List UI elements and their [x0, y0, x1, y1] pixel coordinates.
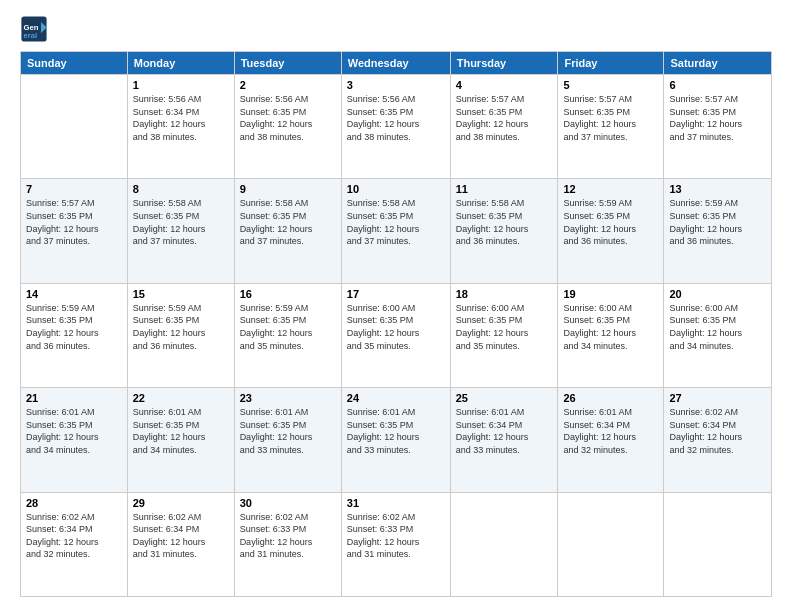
logo: Gen eral	[20, 15, 52, 43]
day-number: 13	[669, 183, 766, 195]
calendar-cell: 24Sunrise: 6:01 AM Sunset: 6:35 PM Dayli…	[341, 388, 450, 492]
calendar-week-row: 7Sunrise: 5:57 AM Sunset: 6:35 PM Daylig…	[21, 179, 772, 283]
day-info: Sunrise: 6:00 AM Sunset: 6:35 PM Dayligh…	[563, 302, 658, 352]
day-info: Sunrise: 6:02 AM Sunset: 6:33 PM Dayligh…	[347, 511, 445, 561]
day-number: 11	[456, 183, 553, 195]
weekday-header: Thursday	[450, 52, 558, 75]
day-info: Sunrise: 6:00 AM Sunset: 6:35 PM Dayligh…	[456, 302, 553, 352]
calendar-cell: 26Sunrise: 6:01 AM Sunset: 6:34 PM Dayli…	[558, 388, 664, 492]
day-number: 1	[133, 79, 229, 91]
day-info: Sunrise: 5:59 AM Sunset: 6:35 PM Dayligh…	[563, 197, 658, 247]
calendar-cell: 30Sunrise: 6:02 AM Sunset: 6:33 PM Dayli…	[234, 492, 341, 596]
day-number: 6	[669, 79, 766, 91]
weekday-header: Friday	[558, 52, 664, 75]
day-info: Sunrise: 5:56 AM Sunset: 6:35 PM Dayligh…	[347, 93, 445, 143]
logo-icon: Gen eral	[20, 15, 48, 43]
calendar-cell: 25Sunrise: 6:01 AM Sunset: 6:34 PM Dayli…	[450, 388, 558, 492]
day-info: Sunrise: 5:57 AM Sunset: 6:35 PM Dayligh…	[669, 93, 766, 143]
calendar-cell: 1Sunrise: 5:56 AM Sunset: 6:34 PM Daylig…	[127, 75, 234, 179]
calendar-cell	[558, 492, 664, 596]
day-info: Sunrise: 6:01 AM Sunset: 6:35 PM Dayligh…	[347, 406, 445, 456]
day-number: 17	[347, 288, 445, 300]
calendar-cell: 3Sunrise: 5:56 AM Sunset: 6:35 PM Daylig…	[341, 75, 450, 179]
calendar-header-row: SundayMondayTuesdayWednesdayThursdayFrid…	[21, 52, 772, 75]
day-info: Sunrise: 5:59 AM Sunset: 6:35 PM Dayligh…	[133, 302, 229, 352]
day-info: Sunrise: 5:57 AM Sunset: 6:35 PM Dayligh…	[563, 93, 658, 143]
day-number: 2	[240, 79, 336, 91]
calendar-cell: 5Sunrise: 5:57 AM Sunset: 6:35 PM Daylig…	[558, 75, 664, 179]
calendar-cell: 8Sunrise: 5:58 AM Sunset: 6:35 PM Daylig…	[127, 179, 234, 283]
weekday-header: Wednesday	[341, 52, 450, 75]
day-number: 30	[240, 497, 336, 509]
calendar-cell: 4Sunrise: 5:57 AM Sunset: 6:35 PM Daylig…	[450, 75, 558, 179]
calendar-week-row: 21Sunrise: 6:01 AM Sunset: 6:35 PM Dayli…	[21, 388, 772, 492]
calendar-cell: 11Sunrise: 5:58 AM Sunset: 6:35 PM Dayli…	[450, 179, 558, 283]
calendar-cell	[21, 75, 128, 179]
day-info: Sunrise: 5:56 AM Sunset: 6:34 PM Dayligh…	[133, 93, 229, 143]
day-info: Sunrise: 6:01 AM Sunset: 6:35 PM Dayligh…	[133, 406, 229, 456]
day-info: Sunrise: 5:58 AM Sunset: 6:35 PM Dayligh…	[240, 197, 336, 247]
calendar-cell: 22Sunrise: 6:01 AM Sunset: 6:35 PM Dayli…	[127, 388, 234, 492]
calendar-cell: 13Sunrise: 5:59 AM Sunset: 6:35 PM Dayli…	[664, 179, 772, 283]
calendar-cell: 23Sunrise: 6:01 AM Sunset: 6:35 PM Dayli…	[234, 388, 341, 492]
day-number: 10	[347, 183, 445, 195]
calendar-week-row: 1Sunrise: 5:56 AM Sunset: 6:34 PM Daylig…	[21, 75, 772, 179]
calendar-cell: 18Sunrise: 6:00 AM Sunset: 6:35 PM Dayli…	[450, 283, 558, 387]
header: Gen eral	[20, 15, 772, 43]
day-info: Sunrise: 6:01 AM Sunset: 6:34 PM Dayligh…	[456, 406, 553, 456]
day-info: Sunrise: 5:59 AM Sunset: 6:35 PM Dayligh…	[26, 302, 122, 352]
day-number: 27	[669, 392, 766, 404]
svg-text:eral: eral	[24, 31, 38, 40]
day-number: 16	[240, 288, 336, 300]
calendar-cell	[450, 492, 558, 596]
day-info: Sunrise: 6:02 AM Sunset: 6:34 PM Dayligh…	[669, 406, 766, 456]
page: Gen eral SundayMondayTuesdayWednesdayThu…	[0, 0, 792, 612]
day-number: 20	[669, 288, 766, 300]
weekday-header: Monday	[127, 52, 234, 75]
calendar-cell: 7Sunrise: 5:57 AM Sunset: 6:35 PM Daylig…	[21, 179, 128, 283]
calendar-cell: 29Sunrise: 6:02 AM Sunset: 6:34 PM Dayli…	[127, 492, 234, 596]
day-number: 7	[26, 183, 122, 195]
day-info: Sunrise: 6:01 AM Sunset: 6:35 PM Dayligh…	[26, 406, 122, 456]
calendar-cell: 31Sunrise: 6:02 AM Sunset: 6:33 PM Dayli…	[341, 492, 450, 596]
day-info: Sunrise: 5:59 AM Sunset: 6:35 PM Dayligh…	[240, 302, 336, 352]
day-info: Sunrise: 5:58 AM Sunset: 6:35 PM Dayligh…	[456, 197, 553, 247]
calendar-cell: 10Sunrise: 5:58 AM Sunset: 6:35 PM Dayli…	[341, 179, 450, 283]
day-number: 14	[26, 288, 122, 300]
day-info: Sunrise: 6:02 AM Sunset: 6:33 PM Dayligh…	[240, 511, 336, 561]
calendar-cell: 27Sunrise: 6:02 AM Sunset: 6:34 PM Dayli…	[664, 388, 772, 492]
calendar-cell: 19Sunrise: 6:00 AM Sunset: 6:35 PM Dayli…	[558, 283, 664, 387]
day-number: 21	[26, 392, 122, 404]
calendar-cell	[664, 492, 772, 596]
calendar-cell: 21Sunrise: 6:01 AM Sunset: 6:35 PM Dayli…	[21, 388, 128, 492]
calendar-cell: 16Sunrise: 5:59 AM Sunset: 6:35 PM Dayli…	[234, 283, 341, 387]
calendar-cell: 12Sunrise: 5:59 AM Sunset: 6:35 PM Dayli…	[558, 179, 664, 283]
calendar: SundayMondayTuesdayWednesdayThursdayFrid…	[20, 51, 772, 597]
calendar-cell: 9Sunrise: 5:58 AM Sunset: 6:35 PM Daylig…	[234, 179, 341, 283]
weekday-header: Saturday	[664, 52, 772, 75]
day-number: 4	[456, 79, 553, 91]
day-info: Sunrise: 5:58 AM Sunset: 6:35 PM Dayligh…	[347, 197, 445, 247]
day-info: Sunrise: 5:57 AM Sunset: 6:35 PM Dayligh…	[456, 93, 553, 143]
calendar-cell: 17Sunrise: 6:00 AM Sunset: 6:35 PM Dayli…	[341, 283, 450, 387]
day-info: Sunrise: 5:57 AM Sunset: 6:35 PM Dayligh…	[26, 197, 122, 247]
day-number: 9	[240, 183, 336, 195]
day-number: 23	[240, 392, 336, 404]
day-number: 5	[563, 79, 658, 91]
weekday-header: Sunday	[21, 52, 128, 75]
day-number: 8	[133, 183, 229, 195]
day-number: 3	[347, 79, 445, 91]
day-number: 25	[456, 392, 553, 404]
calendar-week-row: 28Sunrise: 6:02 AM Sunset: 6:34 PM Dayli…	[21, 492, 772, 596]
day-number: 15	[133, 288, 229, 300]
day-info: Sunrise: 6:02 AM Sunset: 6:34 PM Dayligh…	[133, 511, 229, 561]
calendar-cell: 28Sunrise: 6:02 AM Sunset: 6:34 PM Dayli…	[21, 492, 128, 596]
day-info: Sunrise: 5:58 AM Sunset: 6:35 PM Dayligh…	[133, 197, 229, 247]
day-number: 24	[347, 392, 445, 404]
calendar-cell: 20Sunrise: 6:00 AM Sunset: 6:35 PM Dayli…	[664, 283, 772, 387]
day-number: 22	[133, 392, 229, 404]
calendar-week-row: 14Sunrise: 5:59 AM Sunset: 6:35 PM Dayli…	[21, 283, 772, 387]
day-info: Sunrise: 6:00 AM Sunset: 6:35 PM Dayligh…	[669, 302, 766, 352]
day-info: Sunrise: 6:01 AM Sunset: 6:35 PM Dayligh…	[240, 406, 336, 456]
day-number: 19	[563, 288, 658, 300]
